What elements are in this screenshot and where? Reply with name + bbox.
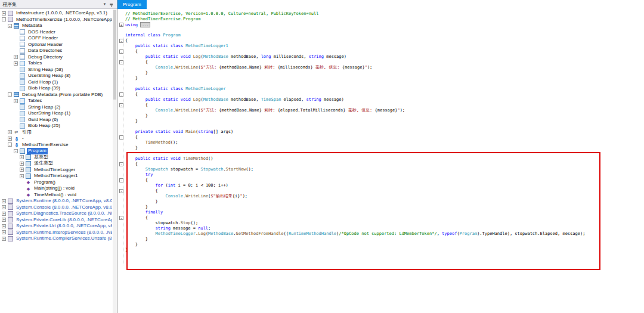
collapsed-region-box[interactable]: ... bbox=[140, 22, 150, 27]
code-token-method[interactable]: Log bbox=[193, 97, 201, 102]
code-token-type[interactable]: Console bbox=[165, 194, 183, 199]
expand-icon[interactable]: + bbox=[14, 61, 18, 66]
tree-item[interactable]: +System.Runtime.InteropServices (8.0.0.0… bbox=[1, 230, 112, 236]
tree-item[interactable]: Guid Heap (1) bbox=[1, 79, 112, 86]
code-token-type[interactable]: MethodBase bbox=[203, 54, 228, 59]
tree-item[interactable]: +MethodTimeLogger bbox=[1, 167, 112, 173]
tree-item[interactable]: String Heap (2) bbox=[1, 104, 112, 111]
code-token-type[interactable]: Program bbox=[460, 231, 478, 236]
tree-item[interactable]: +派生类型 bbox=[1, 160, 112, 167]
tree-item[interactable]: +Debug Directory bbox=[1, 54, 112, 61]
expand-icon[interactable]: + bbox=[20, 162, 24, 166]
code-token-method[interactable]: Main bbox=[185, 129, 196, 134]
code-token-method[interactable]: WriteLine bbox=[185, 194, 208, 199]
code-token-type[interactable]: Stopwatch bbox=[145, 167, 168, 172]
code-token-type[interactable]: Program bbox=[163, 33, 181, 38]
fold-collapse-icon[interactable]: - bbox=[119, 49, 123, 54]
expand-icon[interactable]: + bbox=[2, 199, 6, 203]
sidebar-scrollbar[interactable] bbox=[113, 9, 117, 313]
window-position-chevron-icon[interactable]: ▼ bbox=[101, 1, 108, 8]
code-token-method[interactable]: WriteLine bbox=[175, 65, 198, 70]
tree-item[interactable]: -Metadata bbox=[1, 23, 112, 29]
expand-icon[interactable]: + bbox=[2, 224, 6, 228]
code-token-type[interactable]: RuntimeMethodHandle bbox=[289, 231, 336, 236]
tree-item[interactable]: Data Directories bbox=[1, 48, 112, 54]
tree-item[interactable]: +System.Runtime.CompilerServices.Unsafe … bbox=[1, 235, 112, 242]
fold-expand-icon[interactable]: + bbox=[119, 23, 123, 27]
code-view[interactable]: // MethodTimerExercise, Version=1.0.0.0,… bbox=[117, 9, 644, 313]
collapse-icon[interactable]: - bbox=[2, 17, 6, 21]
tree-item[interactable]: +System.Private.Uri (8.0.0.0, .NETCoreAp… bbox=[1, 223, 112, 230]
tree-item[interactable]: -Program bbox=[1, 148, 112, 154]
fold-collapse-icon[interactable]: - bbox=[119, 39, 123, 43]
tree-item[interactable]: -Debug Metadata (From portable PDB) bbox=[1, 92, 112, 98]
tab-program[interactable]: Program bbox=[117, 0, 147, 9]
tree-item[interactable]: +MethodTimeLogger1 bbox=[1, 173, 112, 179]
collapse-icon[interactable]: - bbox=[14, 149, 18, 153]
expand-icon[interactable]: + bbox=[2, 11, 6, 16]
tree-item[interactable]: ◆Main(string[]) : void bbox=[1, 185, 112, 192]
expand-icon[interactable]: + bbox=[2, 218, 6, 222]
tree-item[interactable]: -{}MethodTimerExercise bbox=[1, 142, 112, 148]
collapse-icon[interactable]: - bbox=[8, 142, 12, 147]
code-token-method[interactable]: Stop bbox=[181, 221, 191, 225]
fold-collapse-icon[interactable]: - bbox=[119, 103, 123, 107]
code-token-type[interactable]: Console bbox=[156, 108, 174, 113]
expand-icon[interactable]: + bbox=[20, 168, 24, 172]
tree-item[interactable]: +⇄引用 bbox=[1, 129, 112, 136]
code-token-type[interactable]: MethodTimeLogger1 bbox=[185, 44, 228, 48]
tree-item[interactable]: +Tables bbox=[1, 60, 112, 67]
fold-collapse-icon[interactable]: - bbox=[119, 189, 123, 193]
code-token-type[interactable]: MethodTimeLogger bbox=[156, 231, 196, 236]
expand-icon[interactable]: + bbox=[20, 155, 24, 159]
tree-item[interactable]: +System.Console (8.0.0.0, .NETCoreApp, v… bbox=[1, 204, 112, 211]
tree-item[interactable]: Optional Header bbox=[1, 42, 112, 48]
collapse-icon[interactable]: - bbox=[8, 92, 12, 97]
expand-icon[interactable]: + bbox=[20, 174, 24, 178]
expand-icon[interactable]: + bbox=[8, 137, 12, 141]
tree-item[interactable]: -MethodTimerExercise (1.0.0.0, .NETCoreA… bbox=[1, 17, 112, 23]
expand-icon[interactable]: + bbox=[14, 99, 18, 103]
tree-item[interactable]: String Heap (58) bbox=[1, 67, 112, 73]
collapse-icon[interactable]: - bbox=[8, 24, 12, 28]
code-token-type[interactable]: Console bbox=[156, 65, 174, 70]
fold-collapse-icon[interactable]: - bbox=[119, 135, 123, 140]
expand-icon[interactable]: + bbox=[14, 55, 18, 59]
fold-collapse-icon[interactable]: - bbox=[119, 216, 123, 220]
tree-item[interactable]: +Tables bbox=[1, 98, 112, 104]
expand-icon[interactable]: + bbox=[8, 130, 12, 134]
tree-item[interactable]: ◆TimeMethod() : void bbox=[1, 192, 112, 199]
tree-item[interactable]: ◆Program() bbox=[1, 179, 112, 186]
fold-collapse-icon[interactable]: - bbox=[119, 178, 123, 182]
expand-icon[interactable]: + bbox=[2, 237, 6, 241]
code-token-method[interactable]: WriteLine bbox=[175, 108, 198, 113]
code-token-type[interactable]: MethodTimeLogger bbox=[185, 86, 225, 91]
tree-item[interactable]: Blob Heap (25) bbox=[1, 123, 112, 129]
fold-collapse-icon[interactable]: - bbox=[119, 162, 123, 166]
tree-item[interactable]: UserString Heap (1) bbox=[1, 110, 112, 117]
pin-icon[interactable] bbox=[108, 1, 114, 8]
code-token-type[interactable]: MethodBase bbox=[203, 97, 228, 102]
expand-icon[interactable]: + bbox=[2, 212, 6, 216]
tree-item[interactable]: Blob Heap (39) bbox=[1, 85, 112, 92]
tree-item[interactable]: +基类型 bbox=[1, 154, 112, 161]
tree-item[interactable]: Guid Heap (6) bbox=[1, 117, 112, 123]
code-token-type[interactable]: MethodBase bbox=[208, 231, 233, 236]
tree-item[interactable]: +System.Runtime (8.0.0.0, .NETCoreApp, v… bbox=[1, 198, 112, 204]
tree-item[interactable]: DOS Header bbox=[1, 29, 112, 36]
code-token-type[interactable]: TimeSpan bbox=[261, 97, 281, 102]
code-token-method[interactable]: GetMethodFromHandle bbox=[236, 231, 283, 236]
code-token-method[interactable]: Log bbox=[193, 54, 201, 59]
code-token-type[interactable]: Stopwatch bbox=[200, 167, 223, 172]
code-token-method[interactable]: StartNew bbox=[226, 167, 246, 172]
tree-item[interactable]: +{}- bbox=[1, 135, 112, 142]
tree-item[interactable]: +System.Private.CoreLib (8.0.0.0, .NETCo… bbox=[1, 217, 112, 224]
fold-collapse-icon[interactable]: - bbox=[119, 92, 123, 97]
sidebar-scrollbar-thumb[interactable] bbox=[113, 10, 116, 100]
expand-icon[interactable]: + bbox=[2, 205, 6, 209]
code-token-method[interactable]: Log bbox=[198, 231, 206, 236]
code-token-method[interactable]: TimeMethod bbox=[183, 156, 208, 161]
tree-item[interactable]: COFF Header bbox=[1, 35, 112, 42]
fold-collapse-icon[interactable]: - bbox=[119, 60, 123, 64]
tree-item[interactable]: +Infrastructure (1.0.0.0, .NETCoreApp, v… bbox=[1, 10, 112, 17]
